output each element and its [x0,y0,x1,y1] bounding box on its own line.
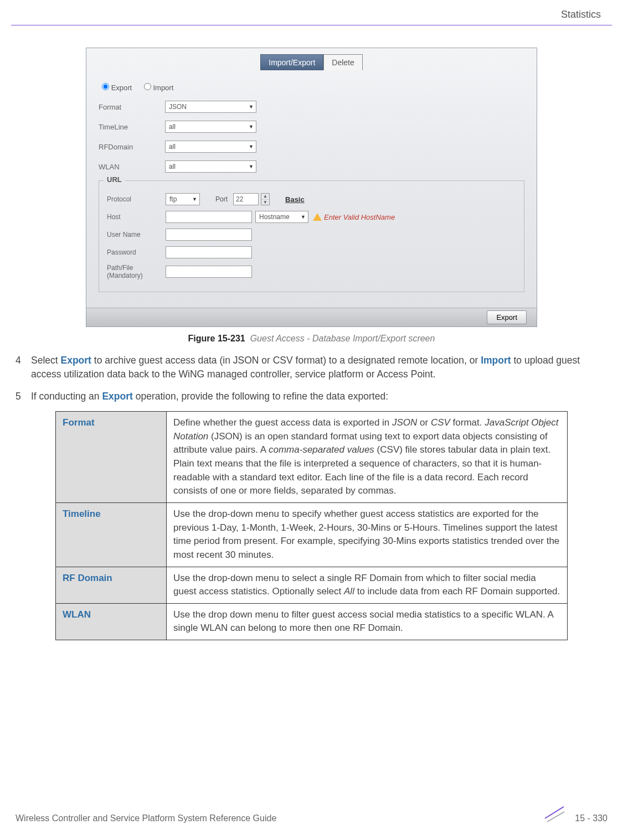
rfdomain-label: RFDomain [99,143,165,151]
chevron-down-icon: ▼ [261,200,269,205]
footer-page-number: 15 - 330 [575,813,607,823]
desc-timeline: Use the drop-down menu to specify whethe… [167,502,568,567]
rfdomain-select[interactable]: all▼ [165,141,256,153]
protocol-select[interactable]: ftp▼ [166,193,200,205]
chevron-down-icon: ▼ [192,196,197,202]
chevron-down-icon: ▼ [249,124,254,129]
text: to archive guest access data (in JSON or… [91,355,481,366]
wlan-label: WLAN [99,163,165,171]
radio-export-label: Export [111,84,132,92]
chevron-up-icon: ▲ [261,194,269,200]
host-label: Host [107,213,166,221]
export-term: Export [102,391,132,402]
desc-format: Define whether the guest access data is … [167,412,568,503]
tab-delete[interactable]: Delete [323,54,362,70]
wlan-value: all [169,163,176,170]
chevron-down-icon: ▼ [301,214,306,220]
header-rule [11,25,612,25]
text: operation, provide the following to refi… [133,391,388,402]
screenshot-panel: Import/ExportDelete Export Import Format… [86,48,537,327]
wlan-select[interactable]: all▼ [165,160,256,173]
warning-icon [313,213,322,221]
port-input[interactable]: 22 [233,193,259,205]
host-input[interactable] [166,211,252,223]
host-type-value: Hostname [259,213,290,221]
swoosh-icon [545,806,570,831]
table-row: Timeline Use the drop-down menu to speci… [56,502,568,567]
term-wlan: WLAN [56,603,167,640]
port-label: Port [215,195,228,203]
timeline-label: TimeLine [99,123,165,131]
radio-group: Export Import [102,83,524,92]
page-footer: Wireless Controller and Service Platform… [16,806,607,831]
step-5: 5 If conducting an Export operation, pro… [16,390,607,403]
figure-caption: Figure 15-231 Guest Access - Database Im… [0,334,623,344]
text: Select [31,355,61,366]
table-row: WLAN Use the drop down menu to filter gu… [56,603,568,640]
timeline-select[interactable]: all▼ [165,121,256,133]
path-input[interactable] [166,266,252,278]
url-legend: URL [104,175,125,184]
radio-export[interactable]: Export [102,84,132,92]
step-4: 4 Select Export to archive guest access … [16,354,607,382]
step-number: 4 [16,354,31,382]
chevron-down-icon: ▼ [249,104,254,110]
tab-import-export[interactable]: Import/Export [260,54,323,70]
table-row: RF Domain Use the drop-down menu to sele… [56,567,568,603]
warning-text: Enter Valid HostName [324,213,395,221]
export-button[interactable]: Export [487,310,527,324]
panel-footer: Export [86,308,537,326]
desc-rfdomain: Use the drop-down menu to select a singl… [167,567,568,603]
password-input[interactable] [166,246,252,258]
format-label: Format [99,103,165,111]
radio-import-label: Import [153,84,173,92]
footer-left: Wireless Controller and Service Platform… [16,813,276,823]
host-type-select[interactable]: Hostname▼ [255,211,308,223]
username-input[interactable] [166,229,252,241]
table-row: Format Define whether the guest access d… [56,412,568,503]
tab-bar: Import/ExportDelete [86,48,537,72]
basic-link[interactable]: Basic [285,195,305,204]
chevron-down-icon: ▼ [249,144,254,149]
term-timeline: Timeline [56,502,167,567]
term-rfdomain: RF Domain [56,567,167,603]
figure-title: Guest Access - Database Import/Export sc… [250,334,435,343]
password-label: Password [107,248,166,256]
page-header: Statistics [0,0,623,25]
port-stepper[interactable]: ▲▼ [261,193,270,205]
export-term: Export [61,355,91,366]
protocol-label: Protocol [107,195,166,203]
definitions-table: Format Define whether the guest access d… [55,411,568,640]
import-term: Import [481,355,511,366]
timeline-value: all [169,123,176,131]
text: If conducting an [31,391,102,402]
chevron-down-icon: ▼ [249,164,254,169]
figure-number: Figure 15-231 [188,334,245,343]
path-label: Path/File (Mandatory) [107,264,166,279]
username-label: User Name [107,231,166,238]
url-fieldset: URL Protocol ftp▼ Port 22 ▲▼ Basic Host … [99,180,524,292]
desc-wlan: Use the drop down menu to filter guest a… [167,603,568,640]
format-select[interactable]: JSON▼ [165,101,256,113]
rfdomain-value: all [169,143,176,151]
step-number: 5 [16,390,31,403]
term-format: Format [56,412,167,503]
radio-import[interactable]: Import [144,84,173,92]
format-value: JSON [169,103,187,111]
protocol-value: ftp [169,195,177,203]
